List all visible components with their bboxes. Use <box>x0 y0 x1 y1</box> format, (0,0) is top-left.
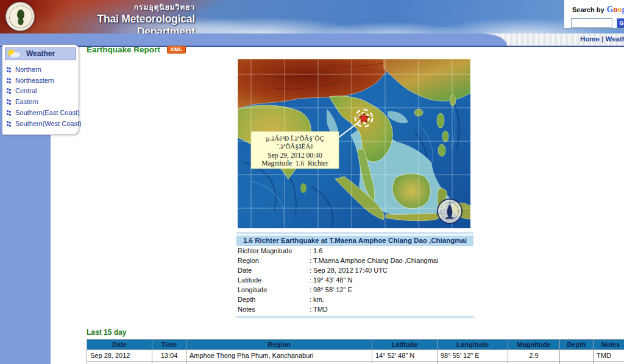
sidebar-item-southern-east-coast[interactable]: Southern(East Coast) <box>5 107 79 118</box>
tmd-logo <box>5 2 35 31</box>
earthquake-report-page: { "banner": { "title_thai": "กรมอุตุนิยม… <box>0 0 624 364</box>
sun-cloud-icon <box>7 49 21 59</box>
last-15-day-section: Last 15 day Date Time Region Latitude Lo… <box>87 328 623 364</box>
col-region: Region <box>186 340 372 349</box>
col-latitude: Latitude <box>372 340 437 349</box>
col-notes: Notes <box>594 340 624 349</box>
col-depth: Depth <box>560 340 593 349</box>
details-bottom-rule <box>236 316 473 318</box>
detail-row-region: Region: T.Maena Amphoe Chiang Dao ,Chian… <box>236 256 473 265</box>
table-row <box>87 362 624 364</box>
col-date: Date <box>87 340 152 349</box>
sidebar-item-central[interactable]: Central <box>5 86 79 97</box>
search-go-button[interactable]: GO <box>617 18 624 28</box>
tooltip-line1: µ.áÁè¹Ð Í.àªÕÂ§´ÒÇ <box>266 135 324 142</box>
details-top-rule <box>236 232 473 234</box>
detail-row-longitude: Longitude: 98° 58' 12" E <box>236 285 473 295</box>
tooltip-line3: Sep 29, 2012 00:40 <box>268 152 322 159</box>
squares-bullet-icon <box>7 67 12 72</box>
site-banner: กรมอุตุนิยมวิทยา Thai Meteorological Dep… <box>0 0 624 33</box>
map-tooltip: µ.áÁè¹Ð Í.àªÕÂ§´ÒÇ ¨.àªÕÂ§ãËÁè Sep 29, 2… <box>251 131 339 169</box>
detail-row-depth: Depth: km. <box>236 295 473 304</box>
nav-blue-tab <box>0 33 481 46</box>
top-nav: Home | Weather <box>580 35 624 43</box>
col-magnitude: Magnitude <box>508 340 559 349</box>
google-logo: Google <box>607 5 624 14</box>
squares-bullet-icon <box>7 121 12 126</box>
xml-feed-badge[interactable]: XML <box>167 46 186 54</box>
earthquake-map-image: µ.áÁè¹Ð Í.àªÕÂ§´ÒÇ ¨.àªÕÂ§ãËÁè Sep 29, 2… <box>238 59 470 228</box>
search-input[interactable] <box>571 18 612 28</box>
details-header: 1.6 Richter Earthquake at T.Maena Amphoe… <box>236 236 473 246</box>
detail-row-richter: Richter Magnitude: 1.6 <box>236 246 473 256</box>
earthquake-table: Date Time Region Latitude Longitude Magn… <box>87 339 624 364</box>
col-longitude: Longitude <box>438 340 508 349</box>
sidebar-item-northeastern[interactable]: Northeastern <box>5 75 79 86</box>
nav-separator: | <box>601 35 603 43</box>
squares-bullet-icon <box>7 99 12 104</box>
tooltip-line4: Magnitude 1.6 Richter <box>261 159 328 167</box>
sidebar-item-eastern[interactable]: Eastern <box>5 96 79 107</box>
sidebar-item-northern[interactable]: Northern <box>5 64 79 75</box>
detail-row-latitude: Latitude: 19° 43' 48" N <box>236 275 473 285</box>
earthquake-details: 1.6 Richter Earthquake at T.Maena Amphoe… <box>236 232 473 318</box>
tooltip-line2: ¨.àªÕÂ§ãËÁè <box>277 142 313 150</box>
table-row: Sep 28, 2012 13:04 Amphoe Thong Pha Phum… <box>87 350 624 361</box>
banner-title-thai: กรมอุตุนิยมวิทยา <box>38 1 195 13</box>
squares-bullet-icon <box>7 110 12 115</box>
search-by-label: Search by <box>572 6 604 13</box>
sidebar-item-southern-west-coast[interactable]: Southern(West Coast) <box>5 118 79 129</box>
weather-menu-title: Weather <box>26 49 55 58</box>
weather-menu-panel: Weather Northern Northeastern Central Ea… <box>2 44 79 135</box>
detail-row-date: Date: Sep 28, 2012 17:40 UTC <box>236 265 473 275</box>
detail-row-notes: Notes: TMD <box>236 304 473 314</box>
page-title: Earthquake Report <box>87 45 160 54</box>
google-search-panel: Search byGoogle GO <box>564 0 624 29</box>
weather-menu: Northern Northeastern Central Eastern So… <box>5 64 79 129</box>
nav-link-weather[interactable]: Weather <box>606 35 624 43</box>
map-seal-watermark <box>438 199 462 223</box>
col-time: Time <box>152 340 186 349</box>
last-15-day-title: Last 15 day <box>87 328 623 337</box>
banner-titles: กรมอุตุนิยมวิทยา Thai Meteorological Dep… <box>38 1 195 38</box>
weather-menu-header[interactable]: Weather <box>5 47 76 60</box>
squares-bullet-icon <box>7 78 12 83</box>
nav-link-home[interactable]: Home <box>580 35 600 43</box>
table-header-row: Date Time Region Latitude Longitude Magn… <box>87 340 624 349</box>
squares-bullet-icon <box>7 88 12 93</box>
